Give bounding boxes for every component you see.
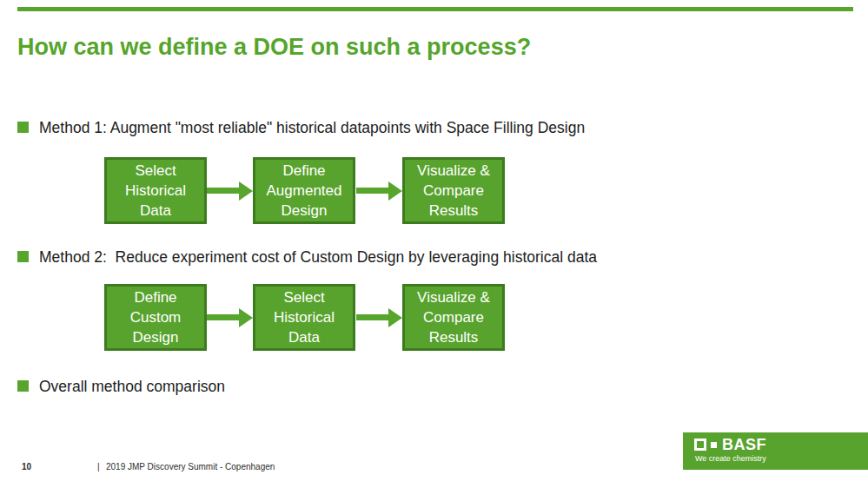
flow-step-line: Historical [255, 307, 353, 327]
flow-step-line: Visualize & [405, 287, 502, 307]
flow-step-line: Compare [405, 181, 502, 201]
flow-step-define-custom-design: Define Custom Design [104, 284, 207, 351]
bullet-square-icon [17, 122, 29, 133]
flow-step-line: Data [255, 327, 353, 347]
flow-arrow-icon [356, 308, 402, 327]
flow-step-define-augmented-design: Define Augmented Design [253, 157, 355, 224]
basf-logo-icon: BASF [694, 438, 766, 452]
flow-step-line: Design [107, 327, 204, 347]
basf-logo-box: BASF We create chemistry [683, 432, 868, 470]
flow-step-line: Historical [107, 181, 204, 201]
footer-separator: | [97, 462, 100, 472]
bullet-label-method-1: Method 1: Augment "most reliable" histor… [39, 118, 585, 137]
basf-logo-dot-square-icon [711, 442, 717, 448]
flow-step-line: Design [255, 201, 353, 221]
flow-step-line: Augmented [255, 181, 353, 201]
flow-step-line: Results [405, 201, 502, 221]
footer-page-number: 10 [22, 462, 31, 472]
arrow-shaft [207, 314, 239, 320]
flow-arrow-icon [356, 181, 402, 201]
arrow-head [239, 308, 253, 327]
flow-step-line: Select [107, 161, 204, 181]
flow-step-select-historical-data: Select Historical Data [104, 157, 207, 224]
flow-step-line: Results [405, 327, 502, 347]
flowchart-method-2: Define Custom Design Select Historical D… [0, 284, 868, 351]
bullet-square-icon [17, 251, 29, 262]
footer-event-title: 2019 JMP Discovery Summit - Copenhagen [106, 462, 275, 472]
bullet-label-method-2: Method 2: Reduce experiment cost of Cust… [39, 247, 597, 267]
basf-tagline: We create chemistry [695, 454, 766, 463]
flowchart-method-1: Select Historical Data Define Augmented … [0, 157, 868, 224]
flow-step-select-historical-data-2: Select Historical Data [253, 284, 355, 351]
flow-step-line: Custom [107, 307, 204, 327]
bullet-label-overall-comparison: Overall method comparison [39, 377, 225, 396]
flow-step-line: Select [255, 287, 353, 307]
arrow-shaft [207, 188, 239, 194]
bullet-square-icon [17, 380, 29, 392]
arrow-shaft [356, 188, 388, 194]
flow-arrow-icon [207, 181, 253, 201]
flow-step-line: Define [107, 287, 204, 307]
arrow-head [388, 181, 402, 201]
flow-step-line: Visualize & [405, 161, 502, 181]
flow-step-line: Data [107, 201, 204, 221]
bullet-item-method-2: Method 2: Reduce experiment cost of Cust… [17, 247, 597, 267]
slide-title: How can we define a DOE on such a proces… [17, 35, 531, 59]
flow-arrow-icon [207, 308, 253, 327]
bullet-item-overall-comparison: Overall method comparison [17, 377, 225, 396]
flow-step-line: Compare [405, 307, 502, 327]
flow-step-visualize-compare-results: Visualize & Compare Results [402, 157, 505, 224]
flow-step-visualize-compare-results-2: Visualize & Compare Results [402, 284, 505, 351]
arrow-head [239, 181, 253, 201]
top-accent-bar [17, 7, 853, 11]
basf-logo-text: BASF [722, 438, 766, 452]
arrow-shaft [356, 314, 388, 320]
flow-step-line: Define [255, 161, 353, 181]
bullet-item-method-1: Method 1: Augment "most reliable" histor… [17, 118, 585, 137]
arrow-head [388, 308, 402, 327]
basf-logo-outline-square-icon [694, 439, 706, 451]
